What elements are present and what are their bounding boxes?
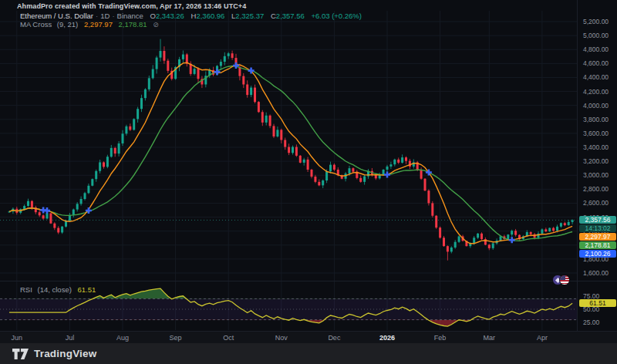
interval-label[interactable]: 1D <box>100 12 110 20</box>
candle-body <box>477 234 479 238</box>
hide-indicator-icon[interactable]: ⊘ <box>153 21 159 29</box>
symbol-legend-row[interactable]: Ethereum / U.S. Dollar·1D·Binance O2,343… <box>20 12 362 20</box>
candle-body <box>23 206 25 209</box>
candle-body <box>87 186 89 194</box>
symbol-logos <box>552 274 575 286</box>
candle-body <box>246 85 248 96</box>
candle-body <box>507 234 509 239</box>
tradingview-logo-icon[interactable] <box>12 349 29 359</box>
candle-body <box>91 179 93 186</box>
candle-body <box>447 246 449 251</box>
candle-body <box>352 168 354 172</box>
candle-body <box>231 53 234 58</box>
watermark-text: AhmadPro created with TradingView.com, A… <box>17 2 246 10</box>
price-axis-badge: 2,297.97 <box>579 233 616 241</box>
low-value: 2,325.37 <box>235 12 264 20</box>
candle-body <box>61 227 63 233</box>
open-value: 2,343.26 <box>156 12 184 20</box>
candle-body <box>49 214 52 224</box>
candle-body <box>65 221 67 227</box>
candle-body <box>144 89 147 98</box>
candle-body <box>122 133 124 143</box>
candle-body <box>393 160 396 164</box>
candle-body <box>228 53 230 56</box>
candle-body <box>564 223 566 225</box>
price-tick-label: 4,000.00 <box>583 102 609 110</box>
price-tick-label: 3,200.00 <box>583 157 609 165</box>
price-axis[interactable]: 1,600.001,800.002,000.002,200.002,400.00… <box>577 0 617 331</box>
candle-body <box>420 170 423 179</box>
candle-body <box>284 140 286 147</box>
candle-body <box>280 130 282 140</box>
open-label: O <box>150 12 156 20</box>
price-axis-badge: 2,178.81 <box>579 241 616 249</box>
candle-body <box>329 165 332 172</box>
candle-body <box>254 88 256 103</box>
separator: · <box>112 12 114 20</box>
price-axis-badge: 14:13:02 <box>579 224 616 232</box>
candle-body <box>363 177 366 182</box>
rsi-params: (14, close) <box>37 285 71 294</box>
candle-body <box>129 126 131 130</box>
price-tick-label: 5,200.00 <box>583 18 609 25</box>
price-chart-canvas[interactable] <box>0 0 617 364</box>
candle-body <box>250 88 252 96</box>
candle-body <box>397 160 400 163</box>
price-tick-label: 4,200.00 <box>583 88 609 96</box>
price-tick-label: 5,000.00 <box>583 32 609 39</box>
time-axis[interactable]: JunJulAugSepOctNovDec2026FebMarApr <box>0 331 617 343</box>
tradingview-brand-text[interactable]: TradingView <box>34 348 96 359</box>
price-tick-label: 4,800.00 <box>583 46 609 53</box>
price-tick-label: 4,600.00 <box>583 59 609 67</box>
candle-body <box>265 116 268 123</box>
high-value: 2,360.96 <box>196 12 224 20</box>
candle-body <box>492 244 494 248</box>
candle-body <box>288 147 290 153</box>
candle-body <box>401 157 403 163</box>
close-label: C <box>271 12 276 20</box>
candle-body <box>541 229 543 233</box>
ma-cross-marker-icon <box>509 237 515 243</box>
candle-body <box>514 231 517 234</box>
change-value: +6.03 (+0.26%) <box>311 12 362 20</box>
rsi-value: 61.51 <box>77 285 96 294</box>
ma-cross-marker-icon <box>384 171 390 177</box>
ma-slow-value: 2,178.81 <box>119 20 147 29</box>
candle-body <box>556 227 558 231</box>
candle-body <box>435 216 437 228</box>
time-axis-label: Jul <box>56 334 83 342</box>
candle-body <box>27 201 29 206</box>
ma-fast-value: 2,297.97 <box>84 20 113 29</box>
candle-body <box>194 69 196 74</box>
candle-body <box>156 58 158 69</box>
price-tick-label: 1,600.00 <box>583 269 609 277</box>
separator: · <box>96 12 98 20</box>
time-axis-label: Dec <box>321 334 347 342</box>
candle-body <box>167 61 169 71</box>
time-axis-label: Aug <box>110 334 136 342</box>
candle-body <box>299 156 302 163</box>
rsi-legend-row[interactable]: RSI (14, close) 61.51 <box>20 285 96 294</box>
candle-body <box>473 238 475 243</box>
price-tick-label: 3,400.00 <box>583 143 609 151</box>
candle-body <box>148 78 150 89</box>
candle-body <box>224 56 226 62</box>
price-tick-label: 3,800.00 <box>583 116 609 123</box>
candle-body <box>307 160 309 170</box>
candle-body <box>31 201 33 207</box>
candle-body <box>80 199 83 204</box>
candle-body <box>258 102 260 112</box>
candle-body <box>454 242 457 248</box>
candle-body <box>568 222 570 225</box>
candle-body <box>560 223 562 227</box>
ma-cross-legend-row[interactable]: MA Cross (9, 21) 2,297.97 2,178.81 ⊘ <box>20 20 362 29</box>
candle-body <box>133 119 135 130</box>
candle-body <box>242 76 244 85</box>
candle-body <box>488 244 491 248</box>
ma-slow-line <box>9 66 572 241</box>
exchange-label: Binance <box>117 12 143 20</box>
candle-body <box>95 171 97 179</box>
candle-body <box>311 170 313 177</box>
candle-body <box>439 228 441 238</box>
candle-body <box>140 98 143 109</box>
